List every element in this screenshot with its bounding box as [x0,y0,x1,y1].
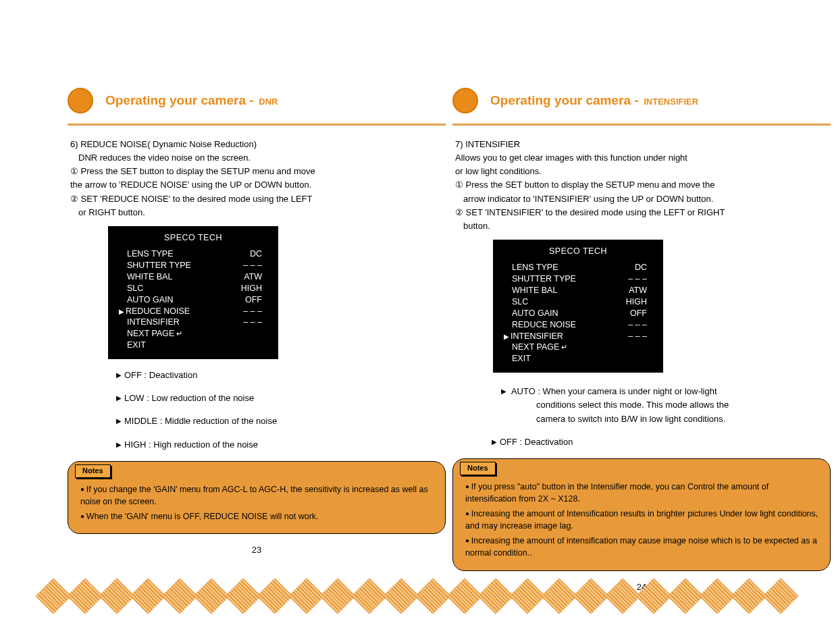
page-header: Operating your camera - DNR [68,88,446,113]
osd-value: – – – [243,317,265,328]
osd-value [262,340,265,351]
body-text: 6) REDUCE NOISE( Dynamic Noise Reduction… [68,138,446,557]
osd-value [262,328,265,340]
osd-menu: SPECO TECH LENS TYPEDCSHUTTER TYPE– – –W… [108,226,278,359]
page-header: Operating your camera - INTENSIFIER [452,88,831,113]
osd-value: – – – [628,319,650,331]
osd-value: ATW [629,285,650,296]
osd-row: REDUCE NOISE– – – [493,319,663,331]
osd-title: SPECO TECH [108,232,278,244]
osd-row: WHITE BALATW [493,285,663,296]
osd-value: OFF [245,294,265,306]
step-line: arrow indicator to 'INTENSIFIER' using t… [452,192,831,206]
osd-label: AUTO GAIN [512,308,630,319]
option-text: AUTO : When your camera is under night o… [511,386,717,396]
osd-title: SPECO TECH [493,245,663,258]
note-line: If you press "auto" button in the Intens… [465,481,819,505]
option-list: OFF : Deactivation [492,435,831,449]
step-line: ① Press the SET button to display the SE… [452,178,831,192]
option-subline: camera to switch into B/W in low light c… [536,412,831,426]
osd-label: EXIT [127,340,262,351]
section-number: 6) REDUCE NOISE( Dynamic Noise Reduction… [68,138,446,151]
notes-label: Notes [75,464,111,478]
osd-label: AUTO GAIN [127,294,245,306]
osd-value: – – – [243,306,265,317]
osd-row: INTENSIFIER– – – [108,317,278,328]
osd-label: LENS TYPE [127,248,250,260]
step-line: ② SET 'REDUCE NOISE' to the desired mode… [68,192,446,206]
page-number: 23 [68,543,446,557]
note-line: If you change the 'GAIN' menu from AGC-L… [80,483,434,508]
osd-value: HIGH [241,283,265,294]
section-number: 7) INTENSIFIER [452,138,831,151]
intro-line: DNR reduces the video noise on the scree… [68,151,446,165]
page-left: Operating your camera - DNR 6) REDUCE NO… [68,88,446,594]
osd-label: REDUCE NOISE [512,319,628,331]
option-item: AUTO : When your camera is under night o… [501,385,831,425]
osd-label: SLC [512,296,626,308]
option-list: OFF : DeactivationLOW : Low reduction of… [116,369,446,452]
notes-body: If you change the 'GAIN' menu from AGC-L… [80,483,434,522]
header-rule [452,124,831,126]
osd-row: EXIT [108,340,278,351]
header-sub: DNR [259,97,278,107]
option-list: AUTO : When your camera is under night o… [501,385,831,425]
osd-label: NEXT PAGE [127,328,262,340]
notes-label: Notes [460,462,496,475]
note-line: Increasing the amount of Intensification… [465,508,819,532]
option-subline: conditions select this mode. This mode a… [536,398,831,412]
osd-row: REDUCE NOISE– – – [108,306,278,317]
osd-label: REDUCE NOISE [126,306,243,317]
osd-value: DC [250,248,265,260]
notes-box: Notes If you change the 'GAIN' menu from… [68,461,446,534]
intro-line: Allows you to get clear images with this… [452,151,831,165]
osd-label: INTENSIFIER [127,317,243,328]
osd-row: SHUTTER TYPE– – – [108,260,278,271]
step-line: ② SET 'INTENSIFIER' to the desired mode … [452,206,831,219]
osd-menu: SPECO TECH LENS TYPEDCSHUTTER TYPE– – –W… [493,240,663,373]
osd-label: WHITE BAL [512,285,629,296]
osd-row: NEXT PAGE [493,342,663,353]
osd-label: EXIT [512,353,647,365]
header-main: Operating your camera - [490,93,639,107]
option-item: LOW : Low reduction of the noise [116,392,446,405]
osd-value [647,353,650,365]
option-item: OFF : Deactivation [492,435,831,449]
note-line: When the 'GAIN' menu is OFF, REDUCE NOIS… [80,510,434,522]
note-line: Increasing the amount of intensification… [465,535,819,559]
osd-label: NEXT PAGE [512,342,647,353]
notes-body: If you press "auto" button in the Intens… [465,481,819,560]
page-right: Operating your camera - INTENSIFIER 7) I… [452,88,831,594]
osd-row: INTENSIFIER– – – [493,331,663,342]
circle-icon [452,88,478,113]
osd-row: LENS TYPEDC [108,248,278,260]
page-title: Operating your camera - INTENSIFIER [490,93,698,108]
step-line: button. [452,219,831,233]
step-line: or RIGHT button. [68,206,446,219]
step-line: ① Press the SET button to display the SE… [68,165,446,178]
osd-value: – – – [243,260,265,271]
circle-icon [68,88,93,113]
option-item: OFF : Deactivation [116,369,446,382]
osd-rows: LENS TYPEDCSHUTTER TYPE– – –WHITE BALATW… [108,248,278,351]
page-number: 24 [452,581,831,594]
body-text: 7) INTENSIFIER Allows you to get clear i… [452,138,831,594]
osd-row: LENS TYPEDC [493,262,663,273]
osd-row: EXIT [493,353,663,365]
osd-label: SHUTTER TYPE [127,260,243,271]
intro-line: or low light conditions. [452,165,831,178]
osd-label: WHITE BAL [127,271,244,283]
osd-value: HIGH [626,296,650,308]
osd-row: AUTO GAINOFF [108,294,278,306]
header-main: Operating your camera - [105,93,254,107]
header-sub: INTENSIFIER [644,97,698,107]
osd-label: INTENSIFIER [511,331,628,342]
page-title: Operating your camera - DNR [105,93,278,108]
option-item: HIGH : High reduction of the noise [116,438,446,452]
osd-value: OFF [630,308,650,319]
osd-rows: LENS TYPEDCSHUTTER TYPE– – –WHITE BALATW… [493,262,663,365]
step-line: the arrow to 'REDUCE NOISE' using the UP… [68,178,446,192]
header-rule [68,124,446,126]
osd-value: – – – [628,273,650,285]
osd-value: – – – [628,331,650,342]
